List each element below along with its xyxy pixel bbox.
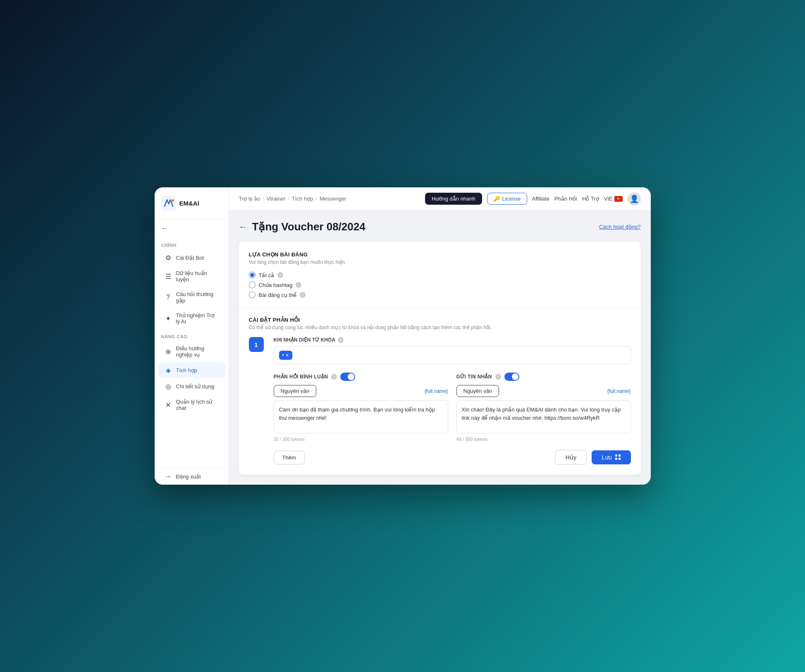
breadcrumb-vtrainer[interactable]: Vtrainer xyxy=(267,196,286,202)
sidebar: EM&AI ← CHÍNH ⚙ Cài Đặt Bot ☰ Dữ liệu hu… xyxy=(155,187,229,485)
sidebar-item-label: Điều hướng nghiệp vụ xyxy=(176,345,219,358)
comment-reply-toggle-row: PHẢN HỒI BÌNH LUẬN i xyxy=(274,373,448,381)
main-card: LỰA CHỌN BÀI ĐĂNG Vui lòng chọn bài đăng… xyxy=(239,242,641,475)
sidebar-item-label: Quản lý lịch sử chat xyxy=(176,399,219,411)
info-icon-tat-ca: i xyxy=(277,272,283,278)
comment-token-count: 32 / 300 tokens xyxy=(274,437,448,442)
info-icon-cu-the: i xyxy=(300,292,306,298)
bottom-row: Thêm Hủy Lưu xyxy=(274,450,631,465)
radio-chua-hashtag-label: Chứa hashtag xyxy=(259,282,293,288)
settings-content: KHI NHẬN DIỆN TỪ KHÓA i • × xyxy=(274,337,631,465)
sidebar-item-du-lieu-huan-luyen[interactable]: ☰ Dữ liệu huấn luyện xyxy=(158,266,225,287)
message-var-tag[interactable]: {full.name} xyxy=(607,388,631,394)
language-selector[interactable]: VIE xyxy=(604,196,623,202)
topnav-actions: Hướng dẫn nhanh 🔑 License Affiliate Phản… xyxy=(425,192,640,206)
license-button[interactable]: 🔑 License xyxy=(487,193,527,205)
message-token-count: 49 / 300 tokens xyxy=(456,437,631,442)
back-icon[interactable]: ← xyxy=(239,222,247,232)
tag-remove-button[interactable]: × xyxy=(286,352,289,358)
sidebar-item-label: Dữ liệu huấn luyện xyxy=(176,270,219,282)
guide-button[interactable]: Hướng dẫn nhanh xyxy=(425,193,482,205)
keyword-section: KHI NHẬN DIỆN TỪ KHÓA i • × xyxy=(274,337,631,364)
sidebar-item-cau-hoi-thuong-gap[interactable]: ? Câu hỏi thường gặp xyxy=(158,287,225,308)
radio-chua-hashtag-input[interactable] xyxy=(249,282,256,288)
key-icon: 🔑 xyxy=(493,196,500,202)
sidebar-item-quan-ly-lich-su-chat[interactable]: ✕ Quản lý lịch sử chat xyxy=(158,395,225,415)
history-icon: ✕ xyxy=(165,401,172,409)
faq-icon: ? xyxy=(165,294,172,301)
save-button[interactable]: Lưu xyxy=(592,450,631,464)
lang-label: VIE xyxy=(604,196,613,202)
them-button[interactable]: Thêm xyxy=(274,451,305,464)
sidebar-item-tich-hop[interactable]: ◈ Tích hợp xyxy=(158,362,225,378)
sidebar-item-dieu-huong-nghiep-vu[interactable]: ⊕ Điều hướng nghiệp vụ xyxy=(158,341,225,362)
sidebar-item-chi-tiet-su-dung[interactable]: ◎ Chi tiết sử dụng xyxy=(158,378,225,394)
breadcrumb-tich-hop[interactable]: Tích hợp xyxy=(292,196,313,202)
affiliate-link[interactable]: Affiliate xyxy=(532,196,549,202)
send-message-toggle[interactable] xyxy=(504,373,519,381)
logo-text: EM&AI xyxy=(179,200,199,207)
info-icon-comment: i xyxy=(331,374,337,380)
radio-bai-dang-cu-the[interactable]: Bài đăng cụ thể i xyxy=(249,292,631,298)
send-message-label: GỬI TIN NHẮN xyxy=(456,374,492,380)
tab-number-1[interactable]: 1 xyxy=(249,337,264,352)
logo-icon xyxy=(161,196,176,210)
radio-tat-ca-label: Tất cả xyxy=(259,272,275,278)
logo-area: EM&AI xyxy=(155,187,229,219)
keyword-label: KHI NHẬN DIỆN TỪ KHÓA i xyxy=(274,337,631,343)
response-settings-section: CÀI ĐẶT PHẢN HỒI Có thể sử dụng cùng lúc… xyxy=(249,317,631,465)
breadcrumb-sep-3: / xyxy=(315,196,317,202)
support-link[interactable]: Hỗ Trợ xyxy=(582,196,599,202)
comment-var-tag[interactable]: {full.name} xyxy=(425,388,448,394)
response-columns: PHẢN HỒI BÌNH LUẬN i Nguyên văn {full.na… xyxy=(274,373,631,442)
divider xyxy=(239,308,641,308)
user-avatar[interactable]: 👤 xyxy=(628,192,641,206)
radio-bai-dang-cu-the-label: Bài đăng cụ thể xyxy=(259,292,297,298)
radio-chua-hashtag[interactable]: Chứa hashtag i xyxy=(249,282,631,288)
sidebar-item-cai-dat-bot[interactable]: ⚙ Cài Đặt Bot xyxy=(158,250,225,265)
sidebar-back-button[interactable]: ← xyxy=(155,219,229,238)
gear-icon: ⚙ xyxy=(165,254,172,261)
logout-button[interactable]: → Đăng xuất xyxy=(158,469,225,484)
send-message-toggle-row: GỬI TIN NHẮN i xyxy=(456,373,631,381)
sidebar-item-label: Câu hỏi thường gặp xyxy=(176,291,219,304)
sidebar-item-label: Chi tiết sử dụng xyxy=(176,383,215,390)
response-settings-title: CÀI ĐẶT PHẢN HỒI xyxy=(249,317,631,323)
radio-tat-ca-input[interactable] xyxy=(249,272,256,278)
sidebar-bottom: → Đăng xuất xyxy=(155,468,229,485)
routing-icon: ⊕ xyxy=(165,348,172,355)
sidebar-item-label: Tích hợp xyxy=(176,367,197,373)
keyword-input-row[interactable]: • × xyxy=(274,346,631,364)
sidebar-item-label: Cài Đặt Bot xyxy=(176,255,204,261)
message-format-row: Nguyên văn {full.name} xyxy=(456,385,631,397)
radio-bai-dang-cu-the-input[interactable] xyxy=(249,292,256,298)
page-title: Tặng Voucher 08/2024 xyxy=(252,220,365,233)
feedback-link[interactable]: Phản Hồi xyxy=(554,196,577,202)
comment-reply-textarea[interactable]: Cám ơn bạn đã tham gia chương trình. Bạn… xyxy=(274,400,448,433)
how-it-works-link[interactable]: Cách hoạt động? xyxy=(599,224,641,230)
section-label-nang-cao: NÂNG CAO xyxy=(155,329,229,341)
breadcrumb-sep-1: / xyxy=(263,196,264,202)
breadcrumb-sep-2: / xyxy=(288,196,289,202)
save-label: Lưu xyxy=(602,454,612,461)
sidebar-item-thu-nghiem-tro-ly[interactable]: ✦ Thử nghiệm Trợ lý AI xyxy=(158,308,225,329)
send-message-textarea[interactable]: Xin chào! Đây là phần quà EM&AI dành cho… xyxy=(456,400,631,433)
grid-icon xyxy=(615,454,621,460)
topnav: Trợ lý ảo / Vtrainer / Tích hợp / Messen… xyxy=(229,187,651,210)
comment-format-button[interactable]: Nguyên văn xyxy=(274,385,316,397)
message-format-button[interactable]: Nguyên văn xyxy=(456,385,499,397)
comment-reply-toggle[interactable] xyxy=(340,373,355,381)
cancel-button[interactable]: Hủy xyxy=(555,450,587,465)
section-label-chinh: CHÍNH xyxy=(155,238,229,249)
page-title-row: ← Tặng Voucher 08/2024 xyxy=(239,220,365,233)
response-settings-desc: Có thể sử dụng cùng lúc nhiều danh mục t… xyxy=(249,325,631,330)
usage-icon: ◎ xyxy=(165,383,172,390)
info-icon-keyword: i xyxy=(338,337,344,343)
page-content: ← Tặng Voucher 08/2024 Cách hoạt động? L… xyxy=(229,210,651,485)
sidebar-section-chinh: CHÍNH ⚙ Cài Đặt Bot ☰ Dữ liệu huấn luyện… xyxy=(155,238,229,329)
ai-icon: ✦ xyxy=(165,315,172,322)
post-selection-desc: Vui lòng chọn bài đăng bạn muốn thực hiệ… xyxy=(249,259,631,265)
post-selection-section: LỰA CHỌN BÀI ĐĂNG Vui lòng chọn bài đăng… xyxy=(249,251,631,298)
radio-tat-ca[interactable]: Tất cả i xyxy=(249,272,631,278)
breadcrumb-tro-ly-ao[interactable]: Trợ lý ảo xyxy=(239,196,260,202)
